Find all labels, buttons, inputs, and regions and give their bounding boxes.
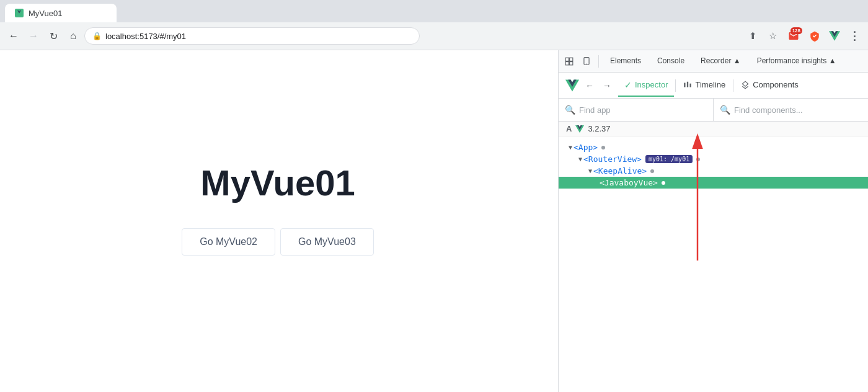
svg-point-5: [586, 63, 587, 64]
search-app-input[interactable]: [579, 105, 707, 115]
tree-arrow-routerview: ▼: [578, 156, 582, 163]
version-row: A 3.2.37: [559, 122, 868, 136]
vue-components-tab[interactable]: Components: [735, 74, 805, 97]
tag-javaboyvue: <JavaboyVue>: [600, 178, 658, 187]
url-bar[interactable]: 🔒 localhost:5173/#/my01: [84, 27, 420, 45]
gmail-badge: 128: [790, 27, 802, 34]
toolbar-icons: ⬆ ☆ 128: [744, 26, 863, 46]
component-tree: ▼ <App> ▼ <RouterView> my01: /my01 ▼ <Ke…: [559, 136, 868, 392]
tab-performance[interactable]: Performance insights ▲: [750, 50, 844, 73]
svg-rect-3: [570, 61, 573, 65]
lock-icon: 🔒: [92, 32, 102, 40]
search-components-area: 🔍: [714, 99, 868, 121]
more-button[interactable]: ⋮: [846, 27, 863, 45]
vue-tools: ✓ Inspector Timeline Components: [618, 74, 805, 97]
svg-rect-0: [565, 58, 569, 61]
bookmark-button[interactable]: ☆: [764, 27, 781, 45]
vue-toolbar: ← → ✓ Inspector Timeline Components: [559, 73, 868, 99]
active-tab[interactable]: MyVue01: [5, 4, 117, 22]
tab-recorder-label: Recorder ▲: [701, 56, 741, 65]
tool-separator-2: [733, 79, 733, 92]
search-components-input[interactable]: [734, 105, 862, 115]
components-icon: [741, 81, 750, 89]
share-button[interactable]: ⬆: [744, 27, 761, 45]
timeline-icon: [683, 81, 692, 89]
inspector-icon: ✓: [624, 80, 632, 90]
tab-title: MyVue01: [29, 9, 62, 18]
inspect-element-button[interactable]: [561, 53, 577, 69]
back-button[interactable]: ←: [5, 27, 22, 45]
vue-logo: [564, 77, 581, 94]
route-badge: my01: /my01: [645, 155, 693, 163]
vue-favicon-icon: [16, 10, 22, 16]
forward-button[interactable]: →: [25, 27, 42, 45]
inspect-icon: [565, 57, 574, 66]
vue-logo-icon: [565, 79, 579, 92]
vue-timeline-label: Timeline: [695, 80, 725, 89]
devtools-panel: Elements Console Recorder ▲ Performance …: [558, 50, 868, 392]
vue-inspector-label: Inspector: [635, 80, 668, 89]
svg-rect-1: [570, 58, 573, 61]
tab-elements[interactable]: Elements: [603, 50, 649, 73]
tab-favicon: [15, 9, 24, 17]
page-buttons: Go MyVue02 Go MyVue03: [182, 228, 374, 256]
vue-version: 3.2.37: [588, 124, 610, 133]
tree-node-javaboyvue[interactable]: <JavaboyVue>: [559, 177, 868, 189]
tree-arrow-app: ▼: [569, 144, 572, 151]
dot-app: [601, 146, 605, 149]
tag-routerview: <RouterView>: [583, 154, 642, 164]
browser-chrome: MyVue01 ← → ↻ ⌂ 🔒 localhost:5173/#/my01 …: [0, 0, 868, 50]
devtools-tabs: Elements Console Recorder ▲ Performance …: [559, 50, 868, 73]
dot-routerview: [696, 158, 700, 161]
search-area: 🔍 🔍: [559, 99, 868, 122]
page-title: MyVue01: [200, 162, 355, 203]
vue-ext-button[interactable]: [826, 27, 843, 45]
tag-keepalive: <KeepAlive>: [593, 166, 647, 176]
dot-keepalive: [650, 169, 654, 173]
svg-rect-2: [565, 61, 569, 65]
vue-toolbar-icon: [829, 30, 840, 42]
search-app-icon: 🔍: [565, 105, 575, 115]
svg-rect-7: [687, 81, 688, 87]
page-content: MyVue01 Go MyVue02 Go MyVue03: [0, 50, 556, 392]
search-comp-icon: 🔍: [720, 105, 730, 115]
vue-forward-button[interactable]: →: [598, 77, 616, 94]
address-bar: ← → ↻ ⌂ 🔒 localhost:5173/#/my01 ⬆ ☆ 128: [0, 22, 868, 50]
vue-version-icon: [575, 125, 584, 133]
tool-separator: [675, 79, 676, 92]
tree-node-app[interactable]: ▼ <App>: [559, 141, 868, 153]
url-text: localhost:5173/#/my01: [105, 32, 186, 41]
refresh-button[interactable]: ↻: [45, 27, 62, 45]
tab-divider: [598, 55, 599, 68]
search-app-area: 🔍: [559, 99, 714, 121]
tree-node-routerview[interactable]: ▼ <RouterView> my01: /my01: [559, 153, 868, 165]
tab-console[interactable]: Console: [650, 50, 692, 73]
app-letter: A: [566, 124, 572, 133]
tab-console-label: Console: [657, 56, 684, 65]
main-area: MyVue01 Go MyVue02 Go MyVue03 Elements C: [0, 50, 868, 392]
vue-inspector-tab[interactable]: ✓ Inspector: [618, 74, 674, 97]
tag-app: <App>: [574, 143, 598, 152]
go-myvue03-button[interactable]: Go MyVue03: [280, 228, 374, 256]
vue-timeline-tab[interactable]: Timeline: [677, 74, 732, 97]
vue-back-button[interactable]: ←: [581, 77, 598, 94]
tree-node-keepalive[interactable]: ▼ <KeepAlive>: [559, 165, 868, 177]
tree-arrow-keepalive: ▼: [588, 167, 592, 174]
home-button[interactable]: ⌂: [64, 27, 82, 45]
brave-icon: [809, 30, 820, 42]
svg-rect-6: [684, 82, 686, 87]
svg-rect-8: [690, 83, 691, 87]
tab-bar: MyVue01: [0, 0, 868, 22]
gmail-button[interactable]: 128: [784, 26, 804, 46]
dot-javaboyvue: [662, 181, 665, 185]
brave-button[interactable]: [806, 27, 823, 45]
device-mode-button[interactable]: [578, 53, 595, 69]
go-myvue02-button[interactable]: Go MyVue02: [182, 228, 275, 256]
page-main: MyVue01 Go MyVue02 Go MyVue03: [182, 162, 374, 256]
device-icon: [582, 57, 591, 66]
tab-recorder[interactable]: Recorder ▲: [693, 50, 748, 73]
tab-performance-label: Performance insights ▲: [757, 56, 836, 65]
vue-components-label: Components: [753, 80, 799, 89]
tab-elements-label: Elements: [610, 56, 641, 65]
